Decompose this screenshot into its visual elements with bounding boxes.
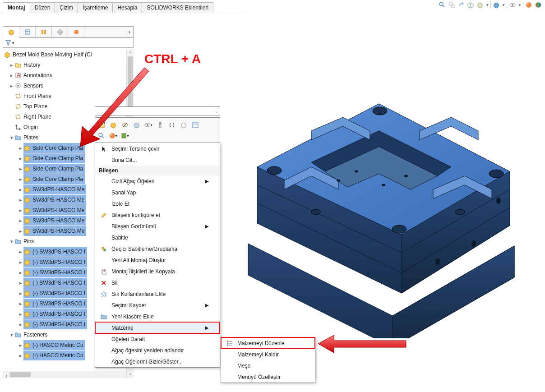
mi-malzeme[interactable]: Malzeme▶ <box>95 322 220 333</box>
hide-icon[interactable] <box>120 120 129 129</box>
mi-s-k-kullan-lanlara-ekle[interactable]: Sık Kullanılanlara Ekle <box>95 288 220 300</box>
mi-yeni-alt-montaj-olu-tur[interactable]: Yeni Alt Montaj Oluştur <box>95 254 220 266</box>
display-style-icon[interactable] <box>492 1 500 9</box>
mi-ge-ici-sabitleme-gruplama[interactable]: Geçici Sabitleme/Gruplama <box>95 243 220 254</box>
mi-se-imi-kaydet[interactable]: Seçimi Kaydet▶ <box>95 300 220 311</box>
svg-marker-36 <box>420 117 478 140</box>
configure-icon[interactable] <box>179 120 188 129</box>
isolate-icon[interactable] <box>156 120 165 129</box>
part-icon <box>23 155 31 162</box>
graphics-3d-model <box>221 45 528 338</box>
mi-bile-en-g-r-n-m-[interactable]: Bileşen Görünümü▶ <box>95 221 220 232</box>
menu-item-label: Yeni Klasöre Ekle <box>111 314 154 320</box>
folder-label: Plates <box>23 133 38 143</box>
show-icon[interactable]: ▼ <box>144 120 153 129</box>
tree-item[interactable]: ▸Sensors <box>3 80 134 91</box>
fm-tab-dimxpert[interactable] <box>52 27 68 37</box>
svg-line-55 <box>402 208 510 273</box>
folder-icon <box>14 238 22 245</box>
zoom-area-icon[interactable] <box>448 1 456 9</box>
tree-item-label: Side Core Clamp Pla <box>32 143 83 153</box>
mi-malzemeyi-kald-r[interactable]: Malzemeyi Kaldır <box>221 349 315 360</box>
tree-item[interactable]: ▸History <box>3 60 134 70</box>
menu-item-label: Bileşeni konfigüre et <box>111 212 160 218</box>
open-part-icon[interactable] <box>97 120 106 129</box>
tree-item-label: (-) SW3dPS-HASCO I <box>32 288 85 298</box>
part-icon <box>23 258 31 266</box>
scene-icon[interactable] <box>534 1 542 9</box>
fm-tab-config[interactable] <box>36 27 52 37</box>
hide-show-icon[interactable] <box>508 1 517 9</box>
tree-item[interactable]: ▸AAnnotations <box>3 70 134 80</box>
prev-view-icon[interactable] <box>457 1 465 9</box>
svg-point-43 <box>337 180 340 182</box>
fm-expand-icon[interactable]: › <box>129 29 130 35</box>
menu-item-label: Sanal Yap <box>111 189 136 196</box>
svg-marker-31 <box>402 171 510 293</box>
section-view-icon[interactable] <box>466 1 475 9</box>
svg-rect-14 <box>44 30 46 34</box>
svg-marker-34 <box>325 147 438 189</box>
mi-sabitle[interactable]: Sabitle <box>95 232 220 243</box>
svg-point-41 <box>489 170 503 178</box>
edit-part-icon[interactable] <box>109 120 118 129</box>
part-icon <box>23 248 31 255</box>
svg-point-18 <box>74 30 79 34</box>
scroll-down-icon[interactable]: ˅ <box>127 371 134 378</box>
zoom-icon[interactable] <box>97 131 106 140</box>
menu-item-label: Meşe <box>237 363 250 369</box>
scroll-up-icon[interactable]: ˄ <box>127 49 134 56</box>
transparency-icon[interactable] <box>132 120 141 129</box>
appearance-icon[interactable]: ▼ <box>109 131 118 140</box>
mi-go-to[interactable]: Buna Git... <box>95 154 220 166</box>
svg-point-48 <box>456 209 465 215</box>
mi-men-y-zelle-tir[interactable]: Menüyü Özelleştir <box>221 371 315 383</box>
context-combo[interactable]: ⌵ <box>95 106 220 115</box>
tree-item[interactable]: Front Plane <box>3 91 134 101</box>
mi-sil[interactable]: Sil <box>95 277 220 288</box>
svg-line-54 <box>402 189 510 253</box>
tree-root[interactable]: Bezel Mold Base Moving Half (Cl <box>3 49 134 60</box>
folder-label: Pins <box>23 236 34 246</box>
menu-item-label: Ağaç Öğelerini Gizle/Göster... <box>111 359 183 365</box>
fm-tab-property[interactable] <box>19 27 36 37</box>
feature-filter[interactable]: ▾ <box>3 38 134 48</box>
mi-invert-selection[interactable]: Seçimi Tersine çevir <box>95 143 220 154</box>
svg-point-51 <box>496 198 501 204</box>
menu-item-label: Ağaç öğesini yeniden adlandır <box>111 347 184 354</box>
mi-malzemeyi-d-zenle[interactable]: Malzemeyi Düzenle <box>221 337 315 349</box>
mi-i-zole-et[interactable]: İzole Et <box>95 198 220 209</box>
annotation-ctrl-a: CTRL + A <box>144 52 201 66</box>
mi-montaj-i-li-kileri-ile-kopyala[interactable]: Montaj İlişkileri ile Kopyala <box>95 266 220 277</box>
mi-gizli-a-a-eleri[interactable]: Gizli Ağaç Öğeleri▶ <box>95 175 220 187</box>
menu-item-label: Malzeme <box>111 325 134 331</box>
mi-a-a-esini-yeniden-adland-r[interactable]: Ağaç öğesini yeniden adlandır <box>95 345 220 356</box>
mi-me-e[interactable]: Meşe <box>221 360 315 371</box>
zoom-fit-icon[interactable] <box>438 1 446 9</box>
mi-sanal-yap[interactable]: Sanal Yap <box>95 187 220 198</box>
mate-icon[interactable] <box>167 120 176 129</box>
mi-a-a-elerini-gizle-g-ster-[interactable]: Ağaç Öğelerini Gizle/Göster... <box>95 356 220 367</box>
svg-rect-13 <box>42 30 43 34</box>
fm-tab-display[interactable] <box>68 27 84 37</box>
menu-item-label: İzole Et <box>111 201 129 207</box>
scroll-thumb[interactable] <box>128 56 133 111</box>
tree-hscrollbar[interactable]: ‹ <box>3 371 126 378</box>
mi-yeni-klas-re-ekle[interactable]: Yeni Klasöre Ekle <box>95 311 220 322</box>
svg-point-50 <box>471 240 476 247</box>
view-orientation-icon[interactable] <box>476 1 484 9</box>
menu-item-label: Montaj İlişkileri ile Kopyala <box>111 268 175 275</box>
svg-rect-72 <box>103 271 106 274</box>
mi-bile-eni-konfig-re-et[interactable]: Bileşeni konfigüre et <box>95 209 220 221</box>
fm-tab-tree[interactable] <box>3 27 19 38</box>
mi--eleri-daralt[interactable]: Öğeleri Daralt <box>95 333 220 345</box>
tree-item-label: (-) SW3dPS-HASCO I <box>32 319 85 329</box>
tree-item-label: Origin <box>23 122 38 132</box>
part-icon <box>23 279 31 286</box>
plane-icon <box>14 92 22 100</box>
properties-icon[interactable] <box>191 120 200 129</box>
appearance-icon[interactable] <box>525 1 533 9</box>
tree-item-label: Sensors <box>23 81 43 91</box>
svg-point-61 <box>159 123 161 125</box>
suppress-icon[interactable]: ▼ <box>120 131 129 140</box>
